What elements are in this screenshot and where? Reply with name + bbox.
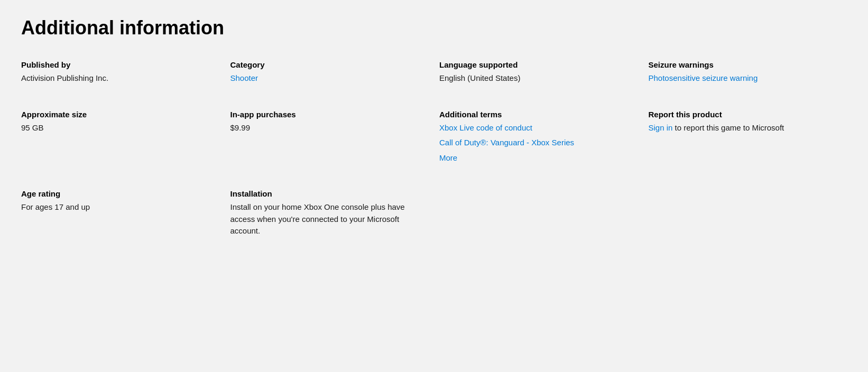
category-link[interactable]: Shooter (230, 72, 429, 85)
size-label: Approximate size (21, 110, 220, 119)
inapp-cell: In-app purchases $9.99 (230, 110, 429, 164)
language-label: Language supported (439, 60, 638, 69)
seizure-cell: Seizure warnings Photosensitive seizure … (649, 60, 847, 85)
inapp-value: $9.99 (230, 122, 429, 134)
empty-cell-2 (649, 189, 847, 237)
seizure-label: Seizure warnings (649, 60, 847, 69)
report-product-value: Sign in to report this game to Microsoft (649, 122, 847, 134)
category-cell: Category Shooter (230, 60, 429, 85)
language-cell: Language supported English (United State… (439, 60, 638, 85)
report-product-label: Report this product (649, 110, 847, 119)
info-grid: Published by Activision Publishing Inc. … (21, 60, 847, 237)
size-value: 95 GB (21, 122, 220, 134)
report-product-cell: Report this product Sign in to report th… (649, 110, 847, 164)
age-rating-cell: Age rating For ages 17 and up (21, 189, 220, 237)
more-link[interactable]: More (439, 152, 638, 164)
published-by-value: Activision Publishing Inc. (21, 72, 220, 85)
empty-cell-1 (439, 189, 638, 237)
xbox-live-code-link[interactable]: Xbox Live code of conduct (439, 122, 638, 134)
sign-in-link[interactable]: Sign in (649, 123, 673, 132)
age-rating-label: Age rating (21, 189, 220, 198)
published-by-label: Published by (21, 60, 220, 69)
inapp-label: In-app purchases (230, 110, 429, 119)
age-rating-value: For ages 17 and up (21, 201, 220, 213)
page-title: Additional information (21, 17, 847, 39)
installation-value: Install on your home Xbox One console pl… (230, 201, 429, 237)
report-suffix: to report this game to Microsoft (672, 123, 784, 132)
size-cell: Approximate size 95 GB (21, 110, 220, 164)
additional-terms-cell: Additional terms Xbox Live code of condu… (439, 110, 638, 164)
language-value: English (United States) (439, 72, 638, 85)
published-by-cell: Published by Activision Publishing Inc. (21, 60, 220, 85)
installation-label: Installation (230, 189, 429, 198)
installation-cell: Installation Install on your home Xbox O… (230, 189, 429, 237)
category-label: Category (230, 60, 429, 69)
seizure-link[interactable]: Photosensitive seizure warning (649, 72, 847, 85)
additional-terms-label: Additional terms (439, 110, 638, 119)
call-of-duty-link[interactable]: Call of Duty®: Vanguard - Xbox Series (439, 137, 638, 149)
